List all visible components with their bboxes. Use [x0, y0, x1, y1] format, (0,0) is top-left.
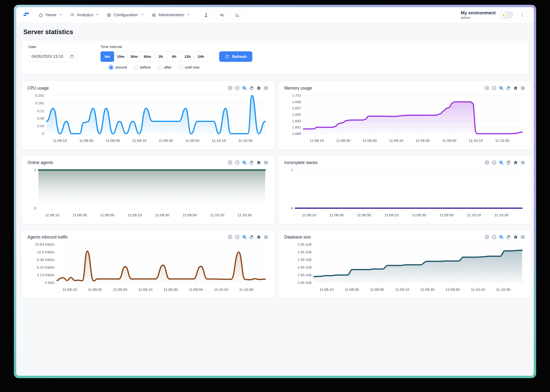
interval-buttons: 5m15m30m60m2h6h12h24h — [100, 51, 208, 62]
chart-card-memory: Memory usage1.7011.6991.6971.6951.6931.6… — [278, 81, 531, 150]
chart-zoom-in-icon[interactable] — [484, 234, 490, 240]
chart-box-zoom-icon[interactable] — [499, 160, 504, 165]
mode-around[interactable]: around — [109, 65, 127, 70]
chart-pan-hand-icon[interactable] — [249, 160, 254, 165]
nav-item-configuration[interactable]: Configuration — [103, 10, 147, 20]
svg-text:12.5 Kibit/s: 12.5 Kibit/s — [37, 250, 55, 254]
chart-pan-hand-icon[interactable] — [506, 160, 511, 165]
chart-box-zoom-icon[interactable] — [499, 85, 504, 91]
interval-24h[interactable]: 24h — [194, 51, 208, 62]
chart-zoom-out-icon[interactable] — [492, 85, 497, 91]
chart-box-zoom-icon[interactable] — [242, 160, 247, 165]
svg-text:0 bit/s: 0 bit/s — [45, 280, 55, 285]
overflow-menu-button[interactable] — [517, 10, 528, 20]
chart-pan-hand-icon[interactable] — [249, 85, 254, 91]
refresh-button[interactable]: Refresh — [219, 51, 252, 62]
chart-box-zoom-icon[interactable] — [242, 85, 247, 91]
radio-icon[interactable] — [178, 65, 183, 70]
chart-box-zoom-icon[interactable] — [499, 234, 504, 240]
svg-text:11:09:30: 11:09:30 — [416, 139, 430, 142]
mode-before[interactable]: before — [134, 65, 151, 70]
mode-until-now[interactable]: until now — [178, 65, 200, 70]
interval-2h[interactable]: 2h — [154, 51, 167, 62]
box-zoom-icon — [499, 234, 504, 240]
chart-menu-icon[interactable] — [263, 234, 269, 240]
svg-text:11:10:30: 11:10:30 — [496, 287, 510, 292]
nav-toolbar — [200, 10, 244, 20]
chart-menu-icon[interactable] — [263, 160, 269, 165]
chart-home-icon[interactable] — [513, 160, 518, 165]
chart-zoom-in-icon[interactable] — [228, 160, 233, 165]
radio-icon[interactable] — [134, 65, 139, 70]
chart-zoom-out-icon[interactable] — [235, 160, 240, 165]
svg-text:1.689: 1.689 — [292, 132, 301, 136]
svg-text:11:08:50: 11:08:50 — [363, 139, 377, 142]
nav-item-administration[interactable]: Administration — [148, 10, 194, 20]
chart-menu-icon[interactable] — [520, 234, 525, 240]
chart-zoom-out-icon[interactable] — [235, 234, 240, 240]
profiler-button[interactable] — [200, 10, 212, 20]
pan-hand-icon — [506, 234, 511, 240]
interval-6h[interactable]: 6h — [167, 51, 181, 62]
interval-12h[interactable]: 12h — [181, 51, 194, 62]
svg-text:11:10:10: 11:10:10 — [212, 139, 226, 142]
chart-title: Online agents — [28, 160, 53, 165]
environment-user: admin — [461, 16, 495, 20]
chart-pan-hand-icon[interactable] — [506, 85, 511, 91]
chart-menu-icon[interactable] — [520, 85, 525, 91]
nav-item-home[interactable]: Home — [35, 10, 66, 20]
svg-text:6.25 Kibit/s: 6.25 Kibit/s — [37, 265, 55, 269]
chart-home-icon[interactable] — [256, 160, 261, 165]
chart-menu-icon[interactable] — [520, 160, 525, 165]
date-label: Date — [28, 45, 77, 49]
chart-zoom-in-icon[interactable] — [484, 85, 490, 91]
chart-home-icon[interactable] — [513, 234, 518, 240]
interval-30m[interactable]: 30m — [127, 51, 141, 62]
svg-text:11:09:50: 11:09:50 — [185, 139, 200, 142]
pan-hand-icon — [506, 160, 511, 165]
chart-toolbar — [484, 85, 525, 91]
chart-zoom-out-icon[interactable] — [492, 234, 497, 240]
chevron-down-icon — [59, 13, 63, 16]
chart-zoom-in-icon[interactable] — [228, 234, 233, 240]
nav-item-analytics[interactable]: Analytics — [66, 10, 103, 20]
top-nav: HomeAnalyticsConfigurationAdministration… — [16, 7, 534, 23]
brand-logo-icon[interactable] — [22, 11, 30, 19]
chart-home-icon[interactable] — [256, 85, 261, 91]
chart-card-incomplete-stacks: Incomplete stacks1011:08:1011:08:3011:08… — [278, 155, 531, 224]
chart-zoom-out-icon[interactable] — [235, 85, 240, 91]
chart-home-icon[interactable] — [256, 234, 261, 240]
svg-text:11:08:30: 11:08:30 — [79, 139, 94, 142]
date-value: 04/05/2024 13:10 — [32, 54, 63, 59]
refresh-icon — [225, 55, 230, 59]
log-search-icon — [219, 13, 224, 18]
chart-menu-icon[interactable] — [263, 85, 269, 91]
menu-icon — [263, 85, 269, 91]
svg-text:0.04: 0.04 — [37, 124, 44, 128]
chart-zoom-out-icon[interactable] — [492, 160, 497, 165]
svg-text:11:09:30: 11:09:30 — [159, 139, 173, 142]
chart-pan-hand-icon[interactable] — [506, 234, 511, 240]
chart-zoom-in-icon[interactable] — [228, 85, 233, 91]
date-input[interactable]: 04/05/2024 13:10 — [28, 51, 77, 62]
mode-after[interactable]: after — [158, 65, 172, 70]
svg-text:11:09:50: 11:09:50 — [446, 287, 460, 292]
chart-zoom-in-icon[interactable] — [484, 160, 490, 165]
radio-icon[interactable] — [158, 65, 162, 70]
log-search-button[interactable] — [215, 10, 228, 20]
chart-home-icon[interactable] — [513, 85, 518, 91]
nav-item-label: Analytics — [77, 13, 93, 17]
radio-icon[interactable] — [109, 65, 113, 70]
incomplete-stacks-chart: 1011:08:1011:08:3011:08:5011:09:1011:09:… — [284, 167, 525, 221]
metrics-button[interactable] — [231, 10, 244, 20]
interval-60m[interactable]: 60m — [141, 51, 154, 62]
interval-5m[interactable]: 5m — [100, 51, 114, 62]
chart-pan-hand-icon[interactable] — [249, 234, 254, 240]
theme-toggle[interactable] — [500, 11, 513, 19]
interval-15m[interactable]: 15m — [114, 51, 127, 62]
microscope-icon — [204, 13, 209, 18]
nav-item-label: Configuration — [114, 13, 138, 17]
svg-text:1.701: 1.701 — [292, 93, 301, 98]
svg-text:11:08:30: 11:08:30 — [329, 213, 344, 217]
chart-box-zoom-icon[interactable] — [242, 234, 247, 240]
